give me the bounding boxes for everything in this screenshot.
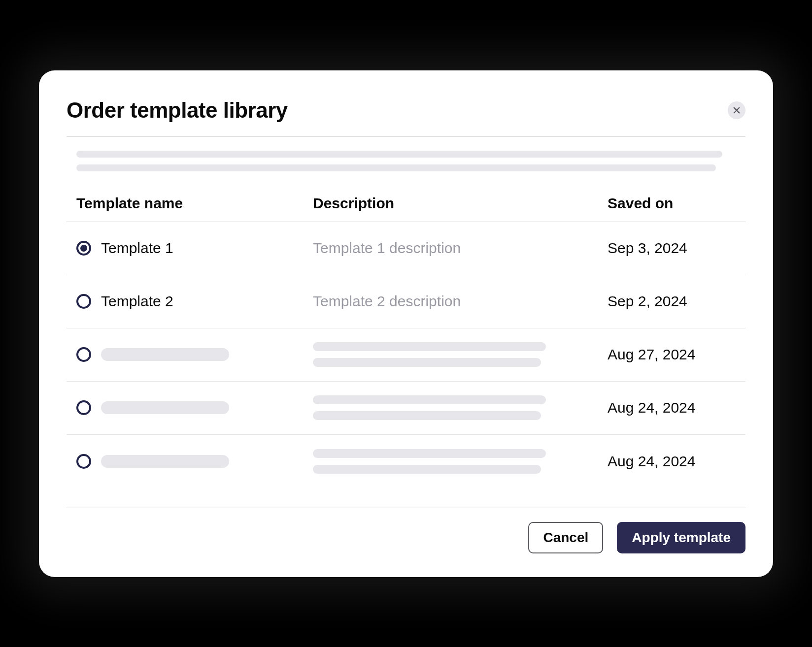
- modal-title: Order template library: [67, 98, 288, 123]
- radio-button[interactable]: [76, 454, 91, 469]
- saved-date-text: Aug 24, 2024: [608, 399, 736, 416]
- description-skeleton: [313, 395, 608, 420]
- table-row[interactable]: Template 2 Template 2 description Sep 2,…: [67, 275, 745, 328]
- name-skeleton: [101, 401, 229, 414]
- saved-date-text: Aug 24, 2024: [608, 453, 736, 470]
- column-header-description: Description: [313, 195, 608, 212]
- saved-date-text: Sep 2, 2024: [608, 293, 736, 310]
- radio-button[interactable]: [76, 294, 91, 309]
- template-description-text: Template 1 description: [313, 240, 461, 256]
- intro-skeleton: [67, 137, 745, 187]
- description-cell: [313, 449, 608, 474]
- order-template-library-modal: Order template library Template name Des…: [39, 70, 773, 577]
- skeleton-line: [313, 449, 546, 458]
- description-cell: [313, 342, 608, 367]
- apply-template-button[interactable]: Apply template: [617, 522, 745, 553]
- close-icon: [732, 106, 741, 115]
- table-row[interactable]: Aug 24, 2024: [67, 382, 745, 435]
- name-skeleton: [101, 348, 229, 361]
- radio-button[interactable]: [76, 241, 91, 256]
- saved-date-text: Aug 27, 2024: [608, 346, 736, 363]
- table-row[interactable]: Aug 27, 2024: [67, 328, 745, 382]
- skeleton-line: [313, 465, 541, 474]
- column-header-name: Template name: [76, 195, 313, 212]
- template-name-text: Template 1: [101, 240, 173, 257]
- radio-button[interactable]: [76, 347, 91, 362]
- column-header-saved: Saved on: [608, 195, 736, 212]
- modal-footer: Cancel Apply template: [67, 508, 745, 553]
- table-row[interactable]: Aug 24, 2024: [67, 435, 745, 488]
- name-skeleton: [101, 455, 229, 468]
- table-header: Template name Description Saved on: [67, 187, 745, 222]
- saved-date-text: Sep 3, 2024: [608, 240, 736, 257]
- name-cell: Template 1: [76, 240, 313, 257]
- description-cell: [313, 395, 608, 420]
- radio-button[interactable]: [76, 400, 91, 415]
- template-description-text: Template 2 description: [313, 293, 461, 309]
- description-skeleton: [313, 342, 608, 367]
- skeleton-line: [313, 358, 541, 367]
- name-cell: [76, 400, 313, 415]
- name-cell: [76, 454, 313, 469]
- description-cell: Template 1 description: [313, 240, 608, 257]
- modal-header: Order template library: [67, 98, 745, 137]
- skeleton-line: [313, 411, 541, 420]
- description-skeleton: [313, 449, 608, 474]
- cancel-button[interactable]: Cancel: [528, 522, 603, 553]
- skeleton-line: [313, 342, 546, 351]
- table-row[interactable]: Template 1 Template 1 description Sep 3,…: [67, 222, 745, 275]
- template-table-body: Template 1 Template 1 description Sep 3,…: [67, 222, 745, 508]
- skeleton-line: [76, 164, 716, 171]
- description-cell: Template 2 description: [313, 293, 608, 310]
- skeleton-line: [76, 151, 722, 158]
- name-cell: Template 2: [76, 293, 313, 310]
- template-name-text: Template 2: [101, 293, 173, 310]
- skeleton-line: [313, 395, 546, 404]
- name-cell: [76, 347, 313, 362]
- close-button[interactable]: [728, 101, 745, 119]
